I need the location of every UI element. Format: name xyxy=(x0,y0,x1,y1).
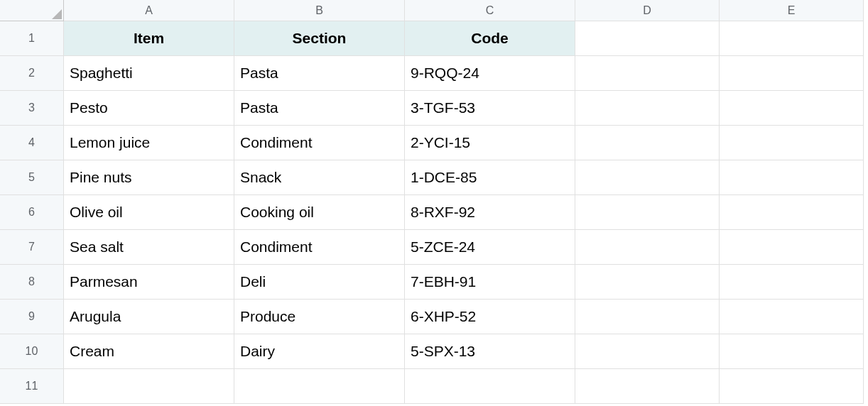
cell-B10[interactable]: Dairy xyxy=(234,334,405,369)
cell-B11[interactable] xyxy=(234,369,405,404)
cell-B4[interactable]: Condiment xyxy=(234,126,405,160)
cell-E2[interactable] xyxy=(720,56,864,91)
row-header-11[interactable]: 11 xyxy=(0,369,64,404)
cell-E4[interactable] xyxy=(720,126,864,160)
col-header-A[interactable]: A xyxy=(64,0,234,21)
cell-B8[interactable]: Deli xyxy=(234,265,405,300)
cell-E1[interactable] xyxy=(720,21,864,56)
cell-A7[interactable]: Sea salt xyxy=(64,230,234,265)
cell-B6[interactable]: Cooking oil xyxy=(234,195,405,230)
cell-D6[interactable] xyxy=(575,195,720,230)
cell-A2[interactable]: Spaghetti xyxy=(64,56,234,91)
cell-D4[interactable] xyxy=(575,126,720,160)
row-header-2[interactable]: 2 xyxy=(0,56,64,91)
cell-E8[interactable] xyxy=(720,265,864,300)
cell-E3[interactable] xyxy=(720,91,864,126)
cell-D11[interactable] xyxy=(575,369,720,404)
cell-E10[interactable] xyxy=(720,334,864,369)
cell-C7[interactable]: 5-ZCE-24 xyxy=(405,230,575,265)
select-all-corner[interactable] xyxy=(0,0,64,21)
row-header-10[interactable]: 10 xyxy=(0,334,64,369)
row-header-1[interactable]: 1 xyxy=(0,21,64,56)
cell-D5[interactable] xyxy=(575,160,720,195)
cell-A11[interactable] xyxy=(64,369,234,404)
cell-D2[interactable] xyxy=(575,56,720,91)
row-header-7[interactable]: 7 xyxy=(0,230,64,265)
cell-C11[interactable] xyxy=(405,369,575,404)
cell-B3[interactable]: Pasta xyxy=(234,91,405,126)
cell-D8[interactable] xyxy=(575,265,720,300)
row-header-6[interactable]: 6 xyxy=(0,195,64,230)
cell-C3[interactable]: 3-TGF-53 xyxy=(405,91,575,126)
cell-C10[interactable]: 5-SPX-13 xyxy=(405,334,575,369)
col-header-B[interactable]: B xyxy=(234,0,405,21)
cell-C9[interactable]: 6-XHP-52 xyxy=(405,300,575,334)
row-header-3[interactable]: 3 xyxy=(0,91,64,126)
cell-E6[interactable] xyxy=(720,195,864,230)
cell-D9[interactable] xyxy=(575,300,720,334)
cell-D1[interactable] xyxy=(575,21,720,56)
cell-D10[interactable] xyxy=(575,334,720,369)
cell-C2[interactable]: 9-RQQ-24 xyxy=(405,56,575,91)
cell-A9[interactable]: Arugula xyxy=(64,300,234,334)
cell-A4[interactable]: Lemon juice xyxy=(64,126,234,160)
cell-A3[interactable]: Pesto xyxy=(64,91,234,126)
cell-C8[interactable]: 7-EBH-91 xyxy=(405,265,575,300)
col-header-C[interactable]: C xyxy=(405,0,575,21)
spreadsheet-grid: A B C D E 1 Item Section Code 2 Spaghett… xyxy=(0,0,868,404)
cell-A5[interactable]: Pine nuts xyxy=(64,160,234,195)
row-header-8[interactable]: 8 xyxy=(0,265,64,300)
cell-B2[interactable]: Pasta xyxy=(234,56,405,91)
cell-B1[interactable]: Section xyxy=(234,21,405,56)
row-header-9[interactable]: 9 xyxy=(0,300,64,334)
row-header-4[interactable]: 4 xyxy=(0,126,64,160)
cell-A1[interactable]: Item xyxy=(64,21,234,56)
cell-C4[interactable]: 2-YCI-15 xyxy=(405,126,575,160)
cell-D3[interactable] xyxy=(575,91,720,126)
cell-B5[interactable]: Snack xyxy=(234,160,405,195)
cell-D7[interactable] xyxy=(575,230,720,265)
cell-B7[interactable]: Condiment xyxy=(234,230,405,265)
cell-C5[interactable]: 1-DCE-85 xyxy=(405,160,575,195)
cell-E7[interactable] xyxy=(720,230,864,265)
cell-E5[interactable] xyxy=(720,160,864,195)
cell-E9[interactable] xyxy=(720,300,864,334)
col-header-E[interactable]: E xyxy=(720,0,864,21)
cell-A10[interactable]: Cream xyxy=(64,334,234,369)
cell-A6[interactable]: Olive oil xyxy=(64,195,234,230)
row-header-5[interactable]: 5 xyxy=(0,160,64,195)
col-header-D[interactable]: D xyxy=(575,0,720,21)
cell-C1[interactable]: Code xyxy=(405,21,575,56)
cell-E11[interactable] xyxy=(720,369,864,404)
cell-A8[interactable]: Parmesan xyxy=(64,265,234,300)
cell-C6[interactable]: 8-RXF-92 xyxy=(405,195,575,230)
cell-B9[interactable]: Produce xyxy=(234,300,405,334)
